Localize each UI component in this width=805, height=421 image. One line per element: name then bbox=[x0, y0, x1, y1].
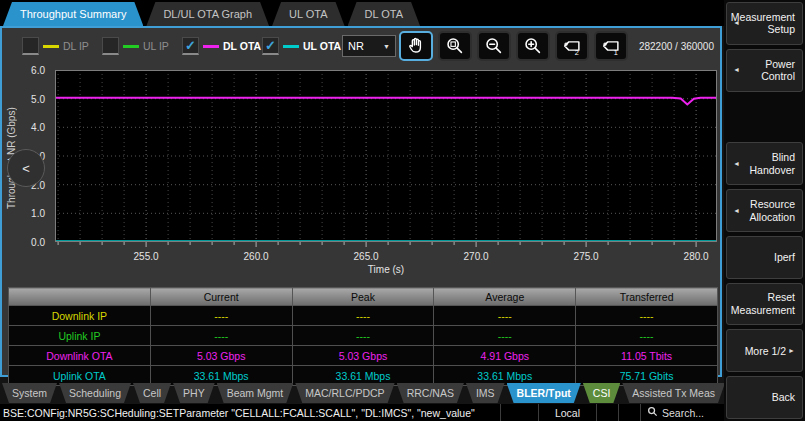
status-cell-empty-1 bbox=[500, 404, 538, 421]
collapse-panel-button[interactable]: < bbox=[7, 149, 45, 187]
search-box[interactable]: Search... bbox=[640, 404, 724, 421]
cell-current: ---- bbox=[150, 326, 292, 346]
reset-measurement-button[interactable]: Reset Measurement bbox=[726, 283, 803, 326]
legend-dl-ip: ✓ DL IP bbox=[22, 37, 102, 55]
pan-hand-button[interactable] bbox=[399, 31, 433, 61]
dl-ip-checkbox[interactable]: ✓ bbox=[22, 37, 39, 55]
tab-beam-mgmt[interactable]: Beam Mgmt bbox=[217, 383, 294, 403]
marker-2-button[interactable]: 2 bbox=[555, 31, 589, 61]
stats-header-peak: Peak bbox=[292, 288, 434, 306]
ul-ip-checkbox[interactable]: ✓ bbox=[102, 37, 119, 55]
cell-peak: ---- bbox=[292, 306, 434, 326]
ul-ota-color-swatch bbox=[283, 45, 299, 48]
status-cell-empty-2 bbox=[596, 404, 618, 421]
cell-average: 4.91 Gbps bbox=[434, 346, 576, 366]
submenu-left-icon: ◄ bbox=[733, 160, 740, 168]
softkey-label: Power Control bbox=[734, 58, 795, 83]
submenu-left-icon: ◄ bbox=[733, 66, 740, 74]
marker-1-button[interactable]: 1 bbox=[594, 31, 628, 61]
tab-dl-ul-ota-graph[interactable]: DL/UL OTA Graph bbox=[146, 2, 269, 26]
cell-transferred: 11.05 Tbits bbox=[576, 346, 718, 366]
status-bar: BSE:CONFig:NR5G:SCHeduling:SETParameter … bbox=[0, 404, 724, 421]
cell-peak: 5.03 Gbps bbox=[292, 346, 434, 366]
dl-ip-label: DL IP bbox=[63, 40, 89, 52]
blind-handover-button[interactable]: ◄Blind Handover bbox=[726, 142, 803, 185]
tab-phy[interactable]: PHY bbox=[173, 383, 215, 403]
throughput-summary-screen: Throughput Summary DL/UL OTA Graph UL OT… bbox=[0, 0, 805, 421]
table-row-downlink-ip: Downlink IP ---- ---- ---- ---- bbox=[9, 306, 718, 326]
cell-current: 5.03 Gbps bbox=[150, 346, 292, 366]
tab-ims[interactable]: IMS bbox=[466, 383, 505, 403]
softkey-label: Reset Measurement bbox=[731, 291, 795, 316]
x-tick-label: 255.0 bbox=[124, 251, 168, 262]
zoom-out-button[interactable] bbox=[477, 31, 511, 61]
row-label: Uplink IP bbox=[9, 326, 151, 346]
throughput-stats-table: Current Peak Average Transferred Downlin… bbox=[8, 287, 718, 386]
iperf-button[interactable]: Iperf bbox=[726, 236, 803, 279]
x-axis-ticks: 255.0260.0265.0270.0275.0280.0 bbox=[55, 251, 717, 263]
cell-current: ---- bbox=[150, 306, 292, 326]
softkey-label: Blind Handover bbox=[734, 151, 795, 176]
pan-hand-icon bbox=[405, 35, 427, 57]
tab-system[interactable]: System bbox=[2, 383, 57, 403]
x-tick-label: 265.0 bbox=[344, 251, 388, 262]
ul-ip-color-swatch bbox=[123, 45, 139, 48]
ul-ota-label: UL OTA bbox=[303, 40, 341, 52]
graph-toolbar: 2 1 bbox=[399, 31, 633, 61]
zoom-in-button[interactable] bbox=[516, 31, 550, 61]
bottom-tab-bar: System Scheduling Cell PHY Beam Mgmt MAC… bbox=[0, 383, 724, 404]
tab-dl-ota[interactable]: DL OTA bbox=[348, 2, 421, 26]
y-tick-label: 4.0 bbox=[5, 122, 45, 133]
resource-allocation-button[interactable]: ◄Resource Allocation bbox=[726, 189, 803, 232]
tab-cell[interactable]: Cell bbox=[133, 383, 171, 403]
tab-mac-rlc-pdcp[interactable]: MAC/RLC/PDCP bbox=[295, 383, 394, 403]
cell-average: ---- bbox=[434, 306, 576, 326]
softkey-empty-slot bbox=[724, 94, 805, 141]
technology-dropdown[interactable]: NR ▼ bbox=[342, 35, 396, 57]
measurement-setup-button[interactable]: ◄Measurement Setup bbox=[726, 2, 803, 45]
y-tick-label: 5.0 bbox=[5, 94, 45, 105]
controls-row: ✓ DL IP ✓ UL IP ✓ DL OTA ✓ UL OT bbox=[2, 30, 718, 62]
legend-ul-ota: ✓ UL OTA bbox=[262, 37, 342, 55]
stats-header-empty bbox=[9, 288, 151, 306]
stats-header-average: Average bbox=[434, 288, 576, 306]
throughput-plot[interactable] bbox=[55, 70, 717, 247]
main-content: Throughput Summary DL/UL OTA Graph UL OT… bbox=[0, 0, 724, 421]
ul-ota-checkbox[interactable]: ✓ bbox=[262, 37, 279, 55]
softkey-label: Resource Allocation bbox=[734, 198, 795, 223]
zoom-box-button[interactable] bbox=[438, 31, 472, 61]
search-placeholder: Search... bbox=[662, 407, 704, 419]
tab-csi[interactable]: CSI bbox=[583, 383, 621, 403]
more-pages-button[interactable]: More 1/2► bbox=[726, 329, 803, 372]
status-cell-empty-3 bbox=[618, 404, 640, 421]
zoom-out-icon bbox=[483, 35, 505, 57]
top-tab-bar: Throughput Summary DL/UL OTA Graph UL OT… bbox=[0, 0, 724, 26]
submenu-left-icon: ◄ bbox=[733, 206, 740, 214]
dl-ip-color-swatch bbox=[43, 45, 59, 48]
tab-scheduling[interactable]: Scheduling bbox=[59, 383, 131, 403]
cell-transferred: ---- bbox=[576, 326, 718, 346]
softkey-label: Measurement Setup bbox=[731, 11, 795, 36]
svg-text:2: 2 bbox=[575, 48, 579, 57]
x-axis-title: Time (s) bbox=[55, 264, 717, 275]
sample-counter: 282200 / 360000 bbox=[639, 41, 714, 52]
y-tick-label: 0.0 bbox=[5, 237, 45, 248]
dl-ota-checkbox[interactable]: ✓ bbox=[182, 37, 199, 55]
collapse-left-icon: < bbox=[22, 161, 30, 176]
softkey-sidebar: ◄Measurement Setup ◄Power Control ◄Blind… bbox=[724, 0, 805, 421]
softkey-label: Iperf bbox=[774, 251, 795, 264]
stats-header-row: Current Peak Average Transferred bbox=[9, 288, 718, 306]
dl-ota-label: DL OTA bbox=[223, 40, 261, 52]
tab-assisted-tx-meas[interactable]: Assisted Tx Meas bbox=[622, 383, 725, 403]
ul-ip-label: UL IP bbox=[143, 40, 169, 52]
back-button[interactable]: Back bbox=[726, 376, 803, 419]
zoom-box-icon bbox=[444, 35, 466, 57]
cell-transferred: ---- bbox=[576, 306, 718, 326]
scpi-command-text: BSE:CONFig:NR5G:SCHeduling:SETParameter … bbox=[0, 407, 500, 419]
tab-bler-tput[interactable]: BLER/Tput bbox=[507, 383, 581, 403]
tab-throughput-summary[interactable]: Throughput Summary bbox=[3, 2, 143, 26]
tab-ul-ota[interactable]: UL OTA bbox=[272, 2, 345, 26]
power-control-button[interactable]: ◄Power Control bbox=[726, 49, 803, 92]
softkey-label: More 1/2 bbox=[745, 345, 786, 358]
tab-rrc-nas[interactable]: RRC/NAS bbox=[397, 383, 464, 403]
